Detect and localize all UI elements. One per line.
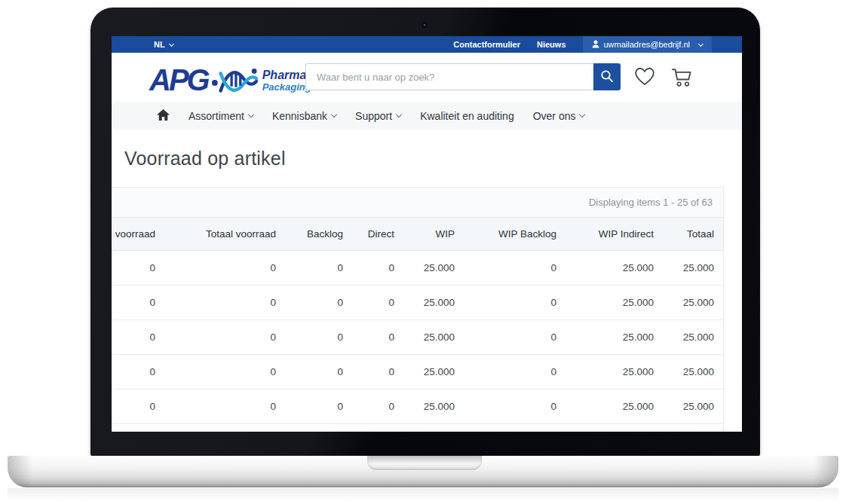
- logo-tagline-line2: Packaging: [262, 82, 311, 93]
- cell: 0: [285, 389, 352, 424]
- col-header-wip-indirect[interactable]: WIP Indirect: [566, 218, 663, 251]
- cell: 0: [464, 355, 566, 389]
- chevron-down-icon: [169, 41, 174, 47]
- contact-link[interactable]: Contactformulier: [453, 40, 520, 49]
- col-header-totaal-voorraad[interactable]: Totaal voorraad: [164, 218, 285, 251]
- laptop-base-notch: [367, 456, 482, 470]
- cell: 0: [112, 320, 164, 355]
- heart-icon: [633, 78, 656, 89]
- language-selector[interactable]: NL: [154, 40, 173, 49]
- cart-button[interactable]: [670, 66, 694, 90]
- chevron-down-icon: [579, 111, 585, 118]
- page-title: Voorraad op artikel: [124, 148, 286, 170]
- cell: 25.000: [566, 389, 663, 424]
- search-button[interactable]: [593, 63, 621, 90]
- stock-table: voorraad Totaal voorraad Backlog Direct …: [112, 218, 723, 432]
- cell: 25.000: [663, 251, 723, 286]
- table-header-row: voorraad Totaal voorraad Backlog Direct …: [112, 218, 723, 251]
- cell: 0: [285, 286, 352, 320]
- cell: 0: [112, 251, 164, 286]
- cell: 25.000: [566, 355, 663, 389]
- company-logo[interactable]: APG Pharma P: [149, 61, 311, 99]
- cell: 0: [164, 286, 285, 320]
- user-icon: [592, 40, 599, 50]
- cell: 25.000: [663, 389, 723, 424]
- table-row[interactable]: 0 0 0 0 25.000 0 25.000 25.000: [112, 251, 723, 286]
- cell: 0: [164, 355, 285, 389]
- cell: 0: [285, 320, 352, 355]
- cell: 0: [112, 389, 164, 424]
- table-status-bar: Displaying items 1 - 25 of 63: [112, 188, 723, 218]
- cell: 25.000: [663, 320, 723, 355]
- browser-screen: NL Contactformulier Nieuws uwmailadres@b…: [112, 36, 742, 432]
- clipped-row-space: [112, 424, 723, 432]
- cell: 0: [352, 251, 403, 286]
- search-input[interactable]: [306, 64, 615, 90]
- nav-item-label: Assortiment: [189, 110, 244, 122]
- home-icon: [157, 109, 170, 123]
- cell: 0: [285, 251, 352, 286]
- cell: 0: [352, 286, 403, 320]
- nav-item-label: Support: [355, 110, 392, 122]
- wishlist-button[interactable]: [633, 66, 656, 89]
- nav-item-over-ons[interactable]: Over ons: [533, 110, 585, 122]
- col-header-wip[interactable]: WIP: [403, 218, 464, 251]
- chevron-down-icon: [396, 111, 402, 118]
- search-box: [305, 63, 593, 90]
- cell: 0: [352, 355, 403, 389]
- table-row-clipped: [112, 424, 723, 432]
- utility-topbar: NL Contactformulier Nieuws uwmailadres@b…: [112, 36, 742, 53]
- col-header-totaal[interactable]: Totaal: [663, 218, 723, 251]
- nav-item-support[interactable]: Support: [355, 110, 401, 122]
- cell: 0: [464, 389, 566, 424]
- nav-item-assortiment[interactable]: Assortiment: [189, 110, 253, 122]
- cell: 25.000: [663, 355, 723, 389]
- page-content: Voorraad op artikel Displaying items 1 -…: [112, 130, 742, 432]
- nav-item-label: Kennisbank: [272, 110, 327, 122]
- laptop-base: [8, 456, 838, 487]
- cell: 0: [352, 320, 403, 355]
- cell: 0: [164, 320, 285, 355]
- laptop-lid: NL Contactformulier Nieuws uwmailadres@b…: [90, 8, 760, 457]
- cell: 0: [112, 355, 164, 389]
- col-header-wip-backlog[interactable]: WIP Backlog: [464, 218, 566, 251]
- logo-tagline-line1: Pharma: [262, 69, 311, 82]
- cell: 0: [164, 389, 285, 424]
- news-link[interactable]: Nieuws: [537, 40, 566, 49]
- topbar-links: Contactformulier Nieuws uwmailadres@bedr…: [453, 36, 742, 53]
- table-row[interactable]: 0 0 0 0 25.000 0 25.000 25.000: [112, 355, 723, 389]
- cell: 0: [164, 251, 285, 286]
- nav-item-kwaliteit[interactable]: Kwaliteit en auditing: [420, 110, 514, 122]
- nav-item-label: Kwaliteit en auditing: [420, 110, 514, 122]
- logo-brand-text: APG: [149, 65, 208, 95]
- stock-table-panel: Displaying items 1 - 25 of 63 voorraad T…: [112, 187, 724, 432]
- cell: 0: [464, 286, 566, 320]
- table-row[interactable]: 0 0 0 0 25.000 0 25.000 25.000: [112, 286, 723, 320]
- cell: 0: [352, 389, 403, 424]
- cell: 25.000: [566, 320, 663, 355]
- cell: 25.000: [663, 286, 723, 320]
- webcam-dot: [422, 23, 428, 28]
- laptop-mockup-scene: NL Contactformulier Nieuws uwmailadres@b…: [0, 0, 846, 504]
- col-header-direct[interactable]: Direct: [352, 218, 403, 251]
- cell: 25.000: [403, 320, 464, 355]
- account-email: uwmailadres@bedrijf.nl: [604, 40, 691, 49]
- chevron-down-icon: [698, 41, 703, 47]
- cell: 25.000: [403, 389, 464, 424]
- account-menu[interactable]: uwmailadres@bedrijf.nl: [583, 36, 713, 53]
- language-label: NL: [154, 40, 165, 49]
- col-header-voorraad[interactable]: voorraad: [112, 218, 164, 251]
- cell: 25.000: [403, 355, 464, 389]
- cell: 0: [464, 251, 566, 286]
- chevron-down-icon: [248, 111, 254, 118]
- site-header: APG Pharma P: [112, 53, 742, 102]
- home-nav-button[interactable]: [157, 109, 170, 123]
- main-navbar: Assortiment Kennisbank Support Kwaliteit…: [112, 102, 742, 130]
- cell: 0: [112, 286, 164, 320]
- table-row[interactable]: 0 0 0 0 25.000 0 25.000 25.000: [112, 389, 723, 424]
- nav-item-kennisbank[interactable]: Kennisbank: [272, 110, 336, 122]
- search-icon: [600, 69, 614, 85]
- cell: 25.000: [403, 251, 464, 286]
- col-header-backlog[interactable]: Backlog: [285, 218, 352, 251]
- table-row[interactable]: 0 0 0 0 25.000 0 25.000 25.000: [112, 320, 723, 355]
